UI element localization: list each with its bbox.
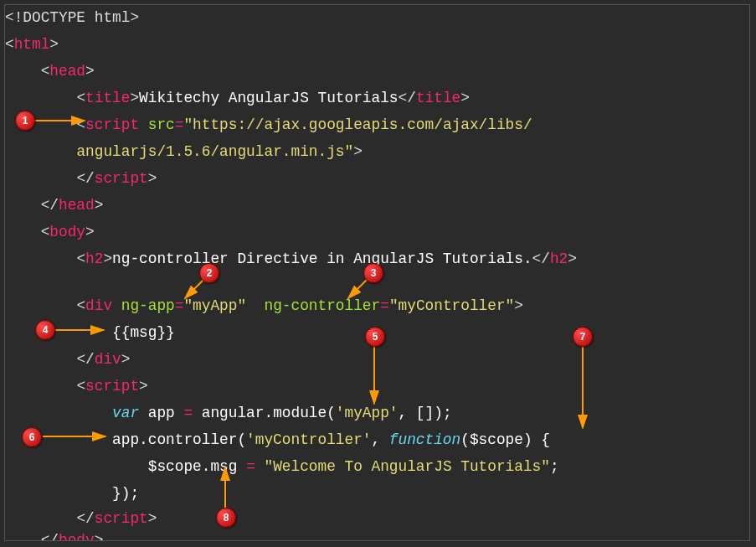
code-line: <title>Wikitechy AngularJS Tutorials</ti… [5,85,470,112]
code-line: $scope.msg = "Welcome To AngularJS Tutor… [5,454,559,481]
callout-marker-1: 1 [15,111,35,131]
code-line: </body> [5,528,103,541]
code-line: </head> [5,193,103,219]
code-line: </div> [5,347,130,374]
code-line: <body> [5,219,95,246]
code-line: <html> [5,32,59,59]
callout-marker-6: 6 [22,427,42,447]
doctype: <!DOCTYPE html> [5,9,139,26]
callout-marker-2: 2 [199,263,219,283]
callout-marker-8: 8 [216,508,236,528]
code-line: var app = angular.module('myApp', []); [5,400,452,427]
code-line: <div ng-app="myApp" ng-controller="myCon… [5,293,523,320]
code-line: angularjs/1.5.6/angular.min.js"> [5,139,363,166]
callout-marker-5: 5 [365,327,385,347]
code-line: <!DOCTYPE html> [5,5,139,32]
code-line: app.controller('myController', function(… [5,427,550,454]
code-line: {{msg}} [5,320,175,347]
code-line: }); [5,481,139,508]
callout-marker-4: 4 [35,320,55,340]
callout-marker-7: 7 [573,327,593,347]
code-line: <script src="https://ajax.googleapis.com… [5,112,532,139]
code-line: </script> [5,166,157,193]
callout-marker-3: 3 [363,263,383,283]
code-line: <h2>ng-controller Directive in AngularJS… [5,246,577,273]
code-line: <script> [5,374,148,400]
code-viewer: <!DOCTYPE html> <html> <head> <title>Wik… [4,4,750,541]
code-line: <head> [5,59,95,85]
